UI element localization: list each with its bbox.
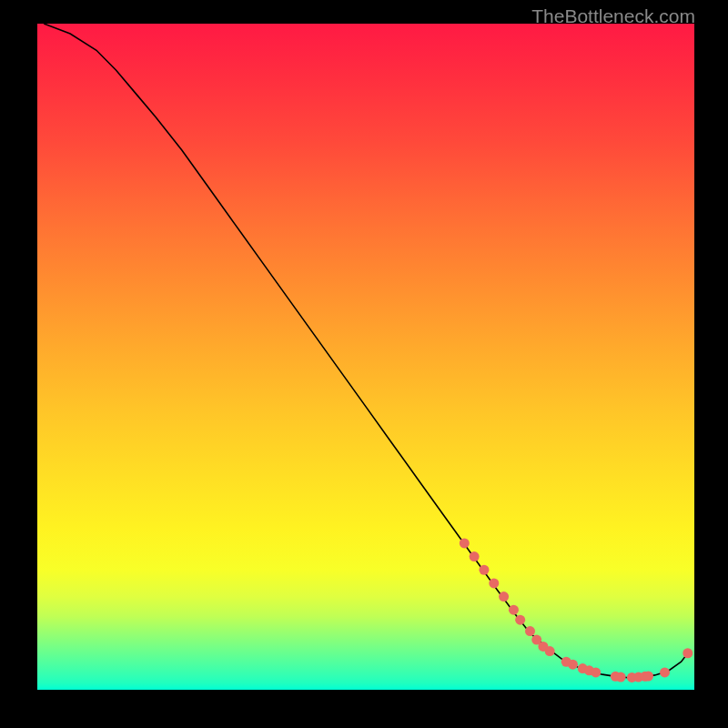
data-marker	[682, 648, 693, 658]
data-marker	[489, 578, 499, 588]
data-marker	[479, 565, 489, 575]
data-marker	[525, 626, 535, 636]
data-marker	[660, 667, 670, 677]
data-marker	[509, 605, 519, 615]
curve-line	[44, 24, 688, 678]
data-marker	[545, 646, 555, 656]
data-marker	[470, 551, 480, 561]
chart-container: TheBottleneck.com	[0, 0, 728, 728]
data-marker	[515, 615, 525, 625]
data-marker	[499, 592, 509, 602]
data-marker	[616, 672, 626, 682]
watermark-text: TheBottleneck.com	[531, 5, 695, 27]
chart-svg	[37, 24, 694, 690]
data-marker	[568, 660, 578, 670]
data-marker	[591, 667, 601, 677]
data-marker	[460, 538, 470, 548]
data-marker	[643, 671, 653, 681]
